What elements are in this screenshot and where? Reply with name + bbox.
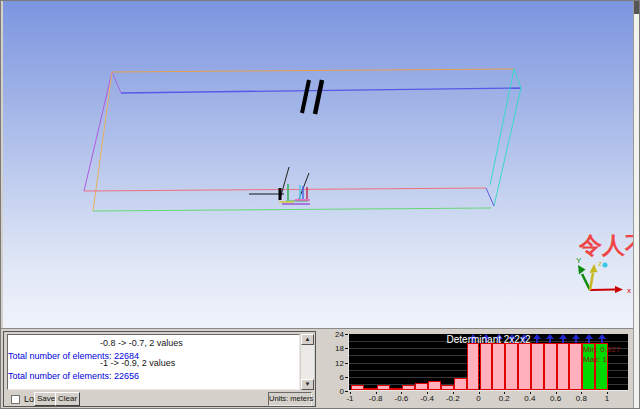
x-axis-arrow [590,290,615,291]
histogram-bar[interactable] [505,343,518,391]
y-axis-tick [345,334,348,335]
app-window: 令人不 x Y z -0.8 -> -0.7, 2 valuesTotal nu… [0,0,640,409]
histogram-bar[interactable] [351,385,364,390]
log-line: -0.8 -> -0.7, 2 values [8,339,299,346]
log-controls: Log Save Clear Units: meters [4,392,315,407]
histogram-bar[interactable] [454,378,467,390]
x-axis-tick [401,392,402,394]
histogram-bar[interactable] [480,343,493,391]
x-axis-tick-label: 0.4 [517,394,543,403]
x-axis-tick-label: 0.6 [543,394,569,403]
histogram-bar[interactable] [441,385,454,390]
y-axis-arrow [582,274,590,290]
x-axis-tick [607,392,608,394]
y-axis-tick [345,377,348,378]
x-axis-tick-label: 1 [594,394,620,403]
x-axis-tick [479,392,480,394]
log-scrollbar[interactable]: ▲ ▼ [301,334,314,390]
y-axis-tick-label: 12 [323,359,344,368]
log-message-view[interactable]: -0.8 -> -0.7, 2 valuesTotal number of el… [7,334,300,390]
down-arrow-icon: ▼ [305,381,311,387]
z-axis-arrow [590,273,593,290]
histogram-bar[interactable] [364,388,377,390]
x-axis-tick-label: 0.8 [568,394,594,403]
wireframe-scene [3,1,633,328]
histogram-bar[interactable] [531,343,544,391]
histogram-bar[interactable] [518,343,531,391]
histogram-bar[interactable] [428,381,441,391]
model-edge [84,188,486,191]
histogram-panel: Determinant 2x2x2 Min: 0.927 Max: 1 0612… [321,330,633,409]
x-axis-tick [376,392,377,394]
x-axis-tick-label: -1 [337,394,363,403]
model-edge [514,69,521,88]
x-axis-tick [453,392,454,394]
x-axis-tick-label: -0.8 [363,394,389,403]
histogram-bar[interactable] [390,388,403,390]
x-axis-tick-label: -0.2 [440,394,466,403]
origin-point-icon [603,263,608,268]
x-axis-tick [504,392,505,394]
chart-title: Determinant 2x2x2 [349,334,628,345]
up-arrow-icon: ▲ [305,336,311,342]
x-axis-tick-label: -0.4 [414,394,440,403]
log-lines: -0.8 -> -0.7, 2 valuesTotal number of el… [8,339,299,379]
histogram-bar[interactable] [467,343,480,391]
min-value-label: Min: 0.927 [583,345,620,354]
z-axis-label: z [598,259,602,268]
histogram-plot-area[interactable]: Determinant 2x2x2 Min: 0.927 Max: 1 [348,334,628,391]
x-axis-tick-label: 0.2 [491,394,517,403]
histogram-bar[interactable] [402,385,415,390]
y-axis-arrowhead-icon [578,265,586,275]
viewport-3d[interactable]: 令人不 x Y z [3,1,633,328]
right-panel-edge [633,1,640,409]
y-axis-tick [345,391,348,392]
x-axis-tick-label: -0.6 [388,394,414,403]
y-axis-tick-label: 6 [323,373,344,382]
x-axis-tick [556,392,557,394]
histogram-bar[interactable] [415,383,428,390]
log-line: Total number of elements: 22656 [8,372,299,379]
x-axis-tick [581,392,582,394]
model-edge [112,72,121,93]
log-checkbox[interactable] [11,395,20,404]
y-axis-tick-label: 24 [323,330,344,339]
histogram-bar[interactable] [492,343,505,391]
z-axis-arrowhead-icon [590,264,598,273]
clear-button[interactable]: Clear [55,392,80,406]
histogram-bar[interactable] [377,385,390,390]
model-edge [302,80,309,113]
histogram-bar[interactable] [569,343,582,391]
y-axis-tick [345,363,348,364]
x-axis-label: x [627,286,631,295]
units-status: Units: meters [268,392,312,406]
model-edge [112,69,514,72]
scroll-down-button[interactable]: ▼ [301,379,314,390]
log-panel: -0.8 -> -0.7, 2 valuesTotal number of el… [3,331,316,407]
x-axis-tick [350,392,351,394]
axes-triad: x Y z [568,251,633,303]
model-edge [315,80,322,114]
right-panel-edge-cap [634,1,640,14]
x-axis-arrowhead-icon [615,286,623,293]
x-axis-tick [530,392,531,394]
max-value-label: Max: 1 [583,355,607,364]
model-edge [486,188,494,206]
y-axis-tick-label: 18 [323,344,344,353]
scroll-up-button[interactable]: ▲ [301,334,314,345]
model-edge [490,69,514,185]
histogram-bar[interactable] [544,343,557,391]
x-axis-tick-label: 0 [466,394,492,403]
y-axis-label: Y [576,256,582,265]
x-axis-tick [427,392,428,394]
y-axis-tick [345,348,348,349]
histogram-bar[interactable] [557,343,570,391]
model-edge [93,208,491,211]
